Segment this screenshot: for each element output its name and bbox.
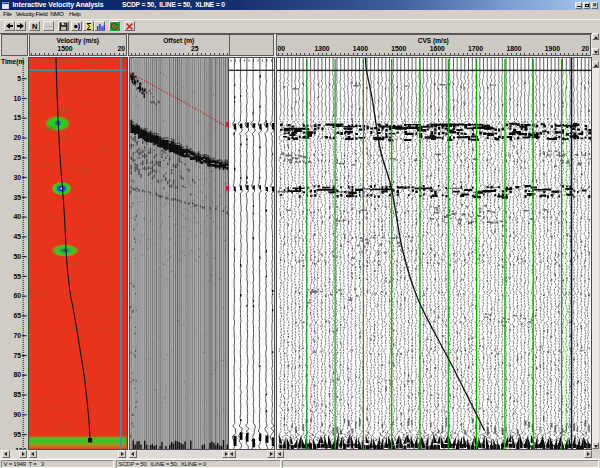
svg-text:55: 55	[13, 273, 21, 280]
svg-text:10: 10	[13, 95, 21, 102]
svg-text:25: 25	[13, 154, 21, 161]
svg-text:15: 15	[13, 114, 21, 121]
svg-text:75: 75	[13, 352, 21, 359]
svg-text:40: 40	[13, 213, 21, 220]
svg-text:80: 80	[13, 371, 21, 378]
svg-text:95: 95	[13, 431, 21, 438]
svg-text:85: 85	[13, 391, 21, 398]
svg-text:45: 45	[13, 233, 21, 240]
svg-text:30: 30	[13, 174, 21, 181]
svg-text:65: 65	[13, 312, 21, 319]
svg-text:70: 70	[13, 332, 21, 339]
svg-text:20: 20	[13, 134, 21, 141]
svg-text:60: 60	[13, 292, 21, 299]
svg-text:5: 5	[17, 75, 21, 82]
svg-text:50: 50	[13, 253, 21, 260]
svg-text:35: 35	[13, 194, 21, 201]
svg-text:Time(m: Time(m	[1, 58, 24, 66]
svg-text:90: 90	[13, 411, 21, 418]
